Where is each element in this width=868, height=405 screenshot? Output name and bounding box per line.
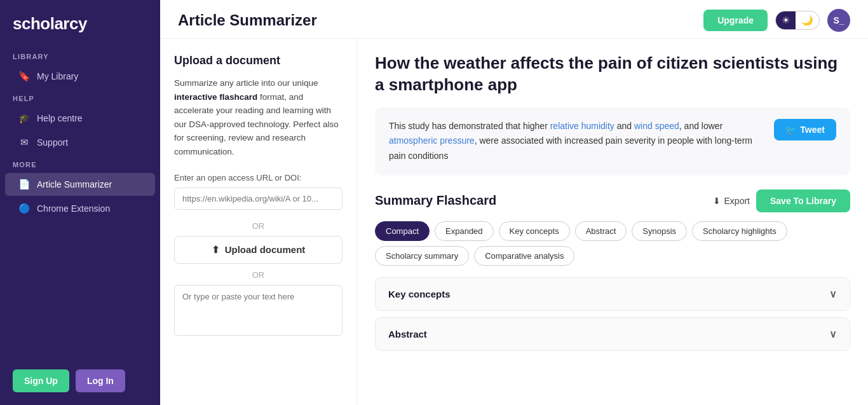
topbar-right: Upgrade ☀ 🌙 S_ — [703, 9, 850, 32]
sidebar-item-label: Chrome Extension — [37, 203, 110, 214]
sidebar-section-library: Library — [0, 46, 160, 64]
sidebar: scholarcy Library 🔖 My Library Help 🎓 He… — [0, 0, 160, 405]
summary-text: This study has demonstrated that higher … — [389, 119, 764, 164]
sidebar-item-label: Help centre — [37, 113, 83, 123]
summary-box: This study has demonstrated that higher … — [375, 107, 850, 175]
theme-light-button[interactable]: ☀ — [776, 11, 796, 29]
tweet-label: Tweet — [800, 125, 825, 135]
right-panel: How the weather affects the pain of citi… — [357, 39, 868, 405]
main-content: Article Summarizer Upgrade ☀ 🌙 S_ Upload… — [160, 0, 868, 405]
envelope-icon: ✉ — [18, 137, 31, 148]
sidebar-bottom-buttons: Sign Up Log In — [0, 357, 160, 405]
export-icon: ⬇ — [713, 196, 721, 206]
url-input[interactable] — [174, 188, 342, 210]
theme-toggle[interactable]: ☀ 🌙 — [775, 11, 820, 30]
upload-label: Upload document — [225, 244, 306, 255]
summary-text-middle2: , and lower — [679, 121, 722, 131]
tab-compact[interactable]: Compact — [375, 221, 430, 241]
flashcard-title: Summary Flashcard — [375, 193, 496, 208]
sidebar-item-label: My Library — [37, 71, 78, 81]
chevron-down-icon-2: ∨ — [829, 328, 837, 340]
sidebar-item-help-centre[interactable]: 🎓 Help centre — [5, 107, 155, 130]
upload-document-button[interactable]: ⬆ Upload document — [174, 236, 342, 264]
tab-synopsis[interactable]: Synopsis — [632, 221, 687, 241]
sidebar-item-label: Article Summarizer — [37, 179, 112, 189]
tab-scholarcy-highlights[interactable]: Scholarcy highlights — [692, 221, 787, 241]
flashcard-actions: ⬇ Export Save To Library — [713, 189, 850, 212]
avatar[interactable]: S_ — [827, 9, 850, 32]
left-panel: Upload a document Summarize any article … — [160, 39, 357, 405]
content-area: Upload a document Summarize any article … — [160, 39, 868, 405]
app-logo: scholarcy — [0, 0, 160, 46]
graduation-icon: 🎓 — [18, 113, 31, 124]
accordion-key-concepts-header[interactable]: Key concepts ∨ — [376, 278, 850, 310]
topbar: Article Summarizer Upgrade ☀ 🌙 S_ — [160, 0, 868, 39]
summary-text-before: This study has demonstrated that higher — [389, 121, 550, 131]
tabs-row: Compact Expanded Key concepts Abstract S… — [375, 221, 850, 266]
tweet-icon: 🐦 — [785, 125, 796, 135]
summary-link-pressure[interactable]: atmospheric pressure — [389, 135, 475, 146]
sidebar-section-more: More — [0, 154, 160, 172]
accordion-abstract-label: Abstract — [388, 329, 427, 340]
page-title: Article Summarizer — [178, 11, 317, 29]
sidebar-section-help: Help — [0, 88, 160, 106]
or-divider-2: OR — [174, 270, 342, 280]
signup-button[interactable]: Sign Up — [13, 369, 69, 392]
or-divider-1: OR — [174, 221, 342, 231]
tab-abstract[interactable]: Abstract — [575, 221, 627, 241]
sidebar-item-support[interactable]: ✉ Support — [5, 131, 155, 154]
chrome-icon: 🔵 — [18, 203, 31, 214]
tab-scholarcy-summary[interactable]: Scholarcy summary — [375, 246, 469, 266]
accordion-key-concepts: Key concepts ∨ — [375, 277, 850, 311]
export-label: Export — [724, 196, 750, 206]
tab-comparative-analysis[interactable]: Comparative analysis — [474, 246, 574, 266]
login-button[interactable]: Log In — [76, 369, 125, 392]
accordion-abstract: Abstract ∨ — [375, 317, 850, 351]
sidebar-item-my-library[interactable]: 🔖 My Library — [5, 65, 155, 88]
article-title: How the weather affects the pain of citi… — [375, 53, 850, 96]
description-before: Summarize any article into our unique — [174, 78, 318, 88]
chevron-down-icon: ∨ — [829, 288, 837, 300]
flashcard-header: Summary Flashcard ⬇ Export Save To Libra… — [375, 189, 850, 212]
tweet-button[interactable]: 🐦 Tweet — [774, 119, 836, 141]
sidebar-item-article-summarizer[interactable]: 📄 Article Summarizer — [5, 173, 155, 196]
summary-text-middle1: and — [614, 121, 634, 131]
upload-icon: ⬆ — [212, 244, 220, 256]
tab-expanded[interactable]: Expanded — [435, 221, 494, 241]
accordion-abstract-header[interactable]: Abstract ∨ — [376, 318, 850, 350]
export-button[interactable]: ⬇ Export — [713, 196, 750, 206]
save-to-library-button[interactable]: Save To Library — [756, 189, 850, 212]
summary-link-humidity[interactable]: relative humidity — [550, 121, 614, 131]
upload-description: Summarize any article into our unique in… — [174, 76, 342, 159]
upgrade-button[interactable]: Upgrade — [703, 10, 768, 31]
summary-link-wind[interactable]: wind speed — [634, 121, 679, 131]
description-bold: interactive flashcard — [174, 92, 257, 102]
bookmark-icon: 🔖 — [18, 71, 31, 82]
accordion-key-concepts-label: Key concepts — [388, 289, 451, 299]
text-paste-area[interactable] — [174, 285, 342, 336]
document-icon: 📄 — [18, 179, 31, 190]
upload-section-title: Upload a document — [174, 54, 342, 67]
tab-key-concepts[interactable]: Key concepts — [499, 221, 570, 241]
sidebar-item-chrome-extension[interactable]: 🔵 Chrome Extension — [5, 197, 155, 220]
url-label: Enter an open access URL or DOI: — [174, 173, 342, 182]
theme-dark-button[interactable]: 🌙 — [796, 11, 819, 29]
sidebar-item-label: Support — [37, 137, 68, 148]
